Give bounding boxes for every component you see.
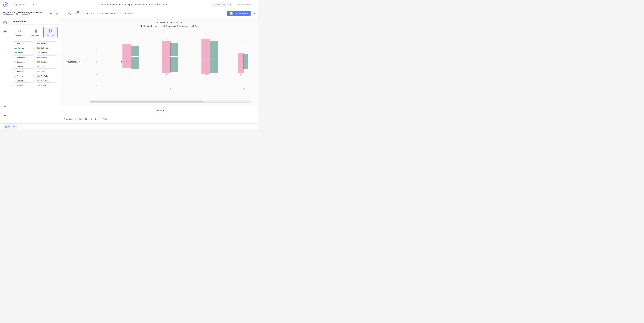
col-type-badge: 123 bbox=[14, 66, 16, 68]
group-by-value: Department... bbox=[85, 118, 98, 120]
col-type-badge: Abc bbox=[37, 42, 40, 44]
col-name: DailyRate bbox=[40, 47, 49, 49]
y-axis-dropdown[interactable]: JobSatisfact... ▾ bbox=[64, 59, 82, 64]
main-layout: ☰ ? ⬆ Visualization ▾ Scatter bbox=[0, 18, 258, 123]
list-item[interactable]: 123Distanc... bbox=[36, 51, 58, 54]
svg-text:1: 1 bbox=[170, 87, 171, 89]
col-name: Monthl... bbox=[17, 84, 24, 86]
quick-build-arrow[interactable]: ▾ bbox=[228, 2, 232, 7]
list-item[interactable]: 123JobSati... bbox=[12, 79, 35, 83]
svg-point-6 bbox=[19, 30, 20, 31]
grid-view-icon[interactable]: ⊞ bbox=[54, 11, 59, 16]
top-bar-right: Quick build ▾ Preview model bbox=[212, 2, 255, 7]
col-type-badge: 123 bbox=[14, 80, 16, 82]
list-item[interactable]: 123DailyRate bbox=[36, 46, 58, 50]
chart-scroll-thumb bbox=[90, 101, 203, 102]
sidebar-nav-icon[interactable] bbox=[2, 28, 8, 34]
chart-svg-wrapper: 4 3 2 1 0 2 1 3 4 bbox=[86, 29, 254, 100]
add-tab-button[interactable]: + bbox=[19, 124, 24, 129]
data-visualizer-button[interactable]: 📊 Data visualizer bbox=[227, 11, 250, 16]
search-icon[interactable]: 🔍 bbox=[67, 11, 72, 16]
list-view-icon[interactable]: ☰ bbox=[48, 11, 53, 16]
bar-chart-type[interactable]: Bar chart bbox=[28, 27, 42, 38]
list-item[interactable]: 123Monthl... bbox=[36, 84, 58, 87]
list-item[interactable]: AbcJobRole bbox=[36, 74, 58, 78]
sidebar-home-icon[interactable] bbox=[2, 20, 8, 26]
svg-point-57 bbox=[206, 74, 207, 75]
collapse-icon[interactable]: ▾ bbox=[254, 12, 255, 15]
list-item[interactable]: 123JobLevel bbox=[12, 74, 35, 78]
edit-sample-icon[interactable]: ✎ bbox=[29, 14, 30, 16]
sidebar-bottom: ? ⬆ bbox=[2, 104, 8, 121]
list-item[interactable]: AbcAttrition bbox=[36, 41, 58, 45]
group-by-info-icon: ⓘ bbox=[74, 118, 76, 121]
app-logo[interactable] bbox=[3, 2, 9, 8]
sidebar-upload-icon[interactable]: ⬆ bbox=[2, 113, 8, 119]
list-item[interactable]: 123Age bbox=[12, 41, 35, 45]
list-item[interactable]: 123Environ... bbox=[12, 65, 35, 68]
x-axis-label: JobLevel bbox=[154, 109, 162, 112]
col-type-badge: 123 bbox=[37, 61, 40, 63]
col-name: JobInvo... bbox=[40, 70, 49, 72]
remove-rows-button[interactable]: ⊟ Remove rows by bbox=[98, 12, 118, 15]
sample-rows-link[interactable]: 100 rows bbox=[21, 14, 28, 16]
col-name: Environ... bbox=[17, 66, 25, 68]
box-plot-tab[interactable]: ▦ Box plot bbox=[3, 124, 18, 129]
list-item[interactable]: 123Employ... bbox=[12, 60, 35, 64]
list-item[interactable]: AbcBusines... bbox=[12, 46, 35, 50]
col-type-badge: 123 bbox=[14, 70, 16, 72]
svg-rect-13 bbox=[36, 29, 37, 32]
list-item[interactable]: 123JobInvo... bbox=[36, 69, 58, 73]
target-column-chevron: ▾ bbox=[33, 3, 52, 6]
scatter-plot-label: Scatter plot bbox=[15, 34, 24, 36]
bar-chart-label: Bar chart bbox=[31, 34, 39, 36]
legend-label-rd: Research & Developme... bbox=[166, 25, 189, 27]
list-item[interactable]: AbcEducati... bbox=[36, 55, 58, 59]
col-name: MaritalS... bbox=[41, 80, 49, 82]
x-axis-dropdown[interactable]: JobLevel ▾ bbox=[152, 108, 166, 113]
list-item[interactable]: 123Employ... bbox=[36, 60, 58, 64]
group-by-select[interactable]: Abc Department... ▾ bbox=[78, 117, 101, 121]
target-column-select[interactable]: Target column ▾ bbox=[11, 2, 54, 7]
preview-model-button[interactable]: Preview model bbox=[234, 2, 255, 7]
svg-text:2: 2 bbox=[96, 61, 96, 63]
chart-scroll-bar[interactable] bbox=[90, 100, 251, 103]
list-item[interactable]: AbcGender bbox=[36, 65, 58, 68]
extract-button[interactable]: ⤤ Extract bbox=[83, 12, 94, 15]
legend-dot-rd bbox=[163, 25, 165, 27]
left-sidebar: ☰ ? ⬆ bbox=[0, 18, 10, 123]
svg-point-3 bbox=[4, 22, 6, 23]
sidebar-menu-icon[interactable]: ☰ bbox=[2, 37, 8, 43]
list-item[interactable]: 123Monthl... bbox=[12, 84, 35, 87]
viz-panel-collapse[interactable]: ▾ bbox=[56, 20, 58, 22]
visualization-panel: Visualization ▾ Scatter plot bbox=[10, 18, 60, 123]
filter-icon[interactable]: ⊋ bbox=[61, 11, 66, 16]
list-item[interactable]: 123HourlyR... bbox=[12, 69, 35, 73]
svg-point-38 bbox=[126, 61, 127, 62]
columns-icon[interactable]: ≡ 3 bbox=[74, 11, 78, 16]
col-type-badge: Abc bbox=[37, 80, 40, 82]
svg-rect-68 bbox=[244, 54, 248, 69]
col-name: Educati... bbox=[41, 56, 49, 58]
y-axis-selector: JobSatisfact... ▾ bbox=[64, 21, 84, 103]
replace-button[interactable]: ⟳ Replace bbox=[120, 12, 133, 15]
edit-group-by-link[interactable]: Edit bbox=[103, 118, 107, 120]
col-type-badge: Abc bbox=[37, 75, 40, 77]
scatter-plot-type[interactable]: Scatter plot bbox=[13, 27, 27, 38]
svg-point-10 bbox=[20, 31, 21, 32]
quick-build-button[interactable]: Quick build ▾ bbox=[212, 2, 232, 7]
list-item[interactable]: 123Education bbox=[12, 55, 35, 59]
sidebar-help-icon[interactable]: ? bbox=[2, 104, 8, 110]
list-item[interactable]: AbcMaritalS... bbox=[36, 79, 58, 83]
top-bar: Target column ▾ To see a recommended mod… bbox=[0, 0, 258, 9]
box-plot-svg: 4 3 2 1 0 2 1 3 4 bbox=[86, 29, 254, 90]
legend-label-hr: Human Resources bbox=[144, 25, 160, 27]
list-item[interactable]: AbcDepart... bbox=[12, 51, 35, 54]
col-name: Employ... bbox=[40, 61, 48, 63]
col-type-badge: Abc bbox=[14, 52, 17, 54]
replace-icon: ⟳ bbox=[122, 12, 124, 15]
col-type-badge: Abc bbox=[14, 47, 17, 49]
box-plot-type[interactable]: Box plot bbox=[44, 27, 58, 38]
x-axis-chevron: ▾ bbox=[163, 109, 164, 112]
svg-rect-40 bbox=[132, 46, 139, 69]
